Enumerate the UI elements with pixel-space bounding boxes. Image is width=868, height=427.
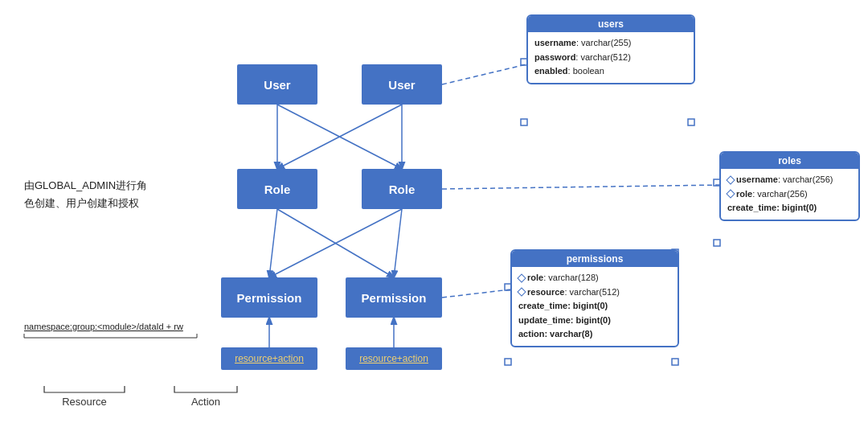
namespace-label: namespace:group:<module>/dataId + rw xyxy=(24,322,183,331)
permission-node-2: Permission xyxy=(346,277,442,318)
svg-line-14 xyxy=(442,289,510,298)
svg-line-7 xyxy=(394,209,402,277)
resource-label: Resource xyxy=(44,396,125,408)
svg-line-12 xyxy=(442,185,719,189)
roles-field-create-time: create_time: bigint(0) xyxy=(727,201,852,216)
users-table-header: users xyxy=(528,16,694,32)
users-table-card: users username: varchar(255) password: v… xyxy=(526,14,695,84)
users-field-username: username: varchar(255) xyxy=(534,36,687,51)
users-field-enabled: enabled: boolean xyxy=(534,64,687,79)
roles-table-card: roles username: varchar(256) role: varch… xyxy=(719,151,860,221)
perms-field-action: action: varchar(8) xyxy=(518,327,671,342)
svg-rect-22 xyxy=(672,359,678,365)
perms-field-update-time: update_time: bigint(0) xyxy=(518,314,671,328)
roles-field-username: username: varchar(256) xyxy=(727,173,852,187)
permissions-table-header: permissions xyxy=(512,251,678,267)
role-node-1: Role xyxy=(237,169,317,209)
svg-rect-16 xyxy=(521,119,527,125)
svg-line-2 xyxy=(277,105,402,169)
svg-line-4 xyxy=(269,209,277,277)
user-node-2: User xyxy=(362,64,442,105)
svg-line-5 xyxy=(277,209,394,277)
permissions-table-card: permissions role: varchar(128) resource:… xyxy=(510,249,679,347)
perms-field-create-time: create_time: bigint(0) xyxy=(518,299,671,314)
perms-field-resource: resource: varchar(512) xyxy=(518,285,671,300)
svg-rect-18 xyxy=(688,119,694,125)
resource-action-box-2: resource+action xyxy=(346,347,442,370)
svg-rect-19 xyxy=(714,240,720,246)
role-node-2: Role xyxy=(362,169,442,209)
svg-rect-20 xyxy=(505,359,511,365)
roles-field-role: role: varchar(256) xyxy=(727,187,852,202)
svg-line-10 xyxy=(442,64,526,84)
permission-node-1: Permission xyxy=(221,277,317,318)
user-node-1: User xyxy=(237,64,317,105)
users-field-password: password: varchar(512) xyxy=(534,51,687,65)
svg-line-6 xyxy=(269,209,402,277)
svg-line-1 xyxy=(277,105,402,169)
resource-action-box-1: resource+action xyxy=(221,347,317,370)
perms-field-role: role: varchar(128) xyxy=(518,271,671,285)
global-admin-annotation: 由GLOBAL_ADMIN进行角 色创建、用户创建和授权 xyxy=(24,177,147,212)
action-label: Action xyxy=(174,396,237,408)
roles-table-header: roles xyxy=(721,153,858,169)
diagram-container: User User Role Role Permission Permissio… xyxy=(0,0,868,427)
